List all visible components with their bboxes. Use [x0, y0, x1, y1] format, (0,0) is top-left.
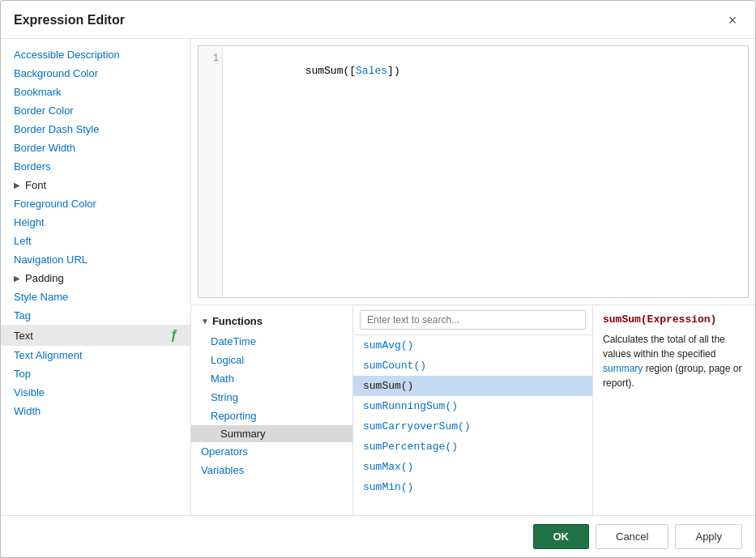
property-item-link[interactable]: Tag: [1, 306, 190, 325]
expression-editor: 1 sumSum([Sales]): [199, 46, 748, 297]
function-list-item[interactable]: sumSum(): [353, 376, 592, 396]
function-other-item[interactable]: Operators: [191, 442, 352, 461]
ok-button[interactable]: OK: [533, 524, 590, 549]
property-item-link[interactable]: Left: [1, 232, 190, 250]
function-list: sumAvg()sumCount()sumSum()sumRunningSum(…: [353, 335, 592, 515]
bottom-panels: ▼ Functions DateTimeLogicalMathStringRep…: [191, 305, 755, 515]
property-item-link[interactable]: Bookmark: [1, 83, 190, 101]
apply-button[interactable]: Apply: [675, 524, 742, 549]
function-category[interactable]: String: [191, 388, 352, 407]
cancel-button[interactable]: Cancel: [596, 524, 668, 549]
function-list-item[interactable]: sumMin(): [353, 477, 592, 497]
line-numbers: 1: [199, 46, 223, 297]
property-label: Visible: [14, 386, 45, 398]
description-panel: sumSum(Expression) Calculates the total …: [593, 305, 755, 515]
description-text: Calculates the total of all the values w…: [603, 332, 745, 390]
property-item-text[interactable]: Textƒ: [1, 325, 190, 346]
dialog-body: Accessible DescriptionBackground ColorBo…: [1, 39, 755, 515]
property-label: Width: [14, 405, 41, 417]
function-category[interactable]: DateTime: [191, 332, 352, 351]
property-label: Border Width: [14, 142, 75, 154]
expression-area: 1 sumSum([Sales]): [198, 45, 749, 298]
property-label: Top: [14, 368, 31, 380]
function-other-item[interactable]: Variables: [191, 461, 352, 479]
function-list-item[interactable]: sumMax(): [353, 457, 592, 477]
property-function-icon: ƒ: [170, 328, 177, 343]
property-item-link[interactable]: Navigation URL: [1, 250, 190, 269]
property-label: Tag: [14, 309, 31, 322]
property-label: Bookmark: [14, 86, 62, 98]
main-area: 1 sumSum([Sales]) ▼ Functions DateTimeLo…: [191, 39, 755, 515]
function-list-item[interactable]: sumPercentage(): [353, 437, 592, 457]
property-label: Text Alignment: [14, 349, 83, 361]
function-list-item[interactable]: sumCarryoverSum(): [353, 416, 592, 437]
expression-editor-dialog: Expression Editor × Accessible Descripti…: [0, 0, 756, 558]
function-category[interactable]: Summary: [191, 425, 352, 442]
property-label: Left: [14, 235, 32, 247]
property-item-link[interactable]: Height: [1, 213, 190, 232]
dialog-footer: OK Cancel Apply: [1, 515, 755, 557]
property-item-link[interactable]: Foreground Color: [1, 194, 190, 213]
property-item-link[interactable]: Accessible Description: [1, 45, 190, 64]
property-item-link[interactable]: Border Dash Style: [1, 120, 190, 138]
property-label: Navigation URL: [14, 253, 88, 266]
property-label: Height: [14, 216, 45, 228]
property-item-expandable[interactable]: ▶Padding: [1, 269, 190, 288]
search-panel: sumAvg()sumCount()sumSum()sumRunningSum(…: [353, 305, 593, 515]
property-item-link[interactable]: Border Width: [1, 138, 190, 157]
search-input[interactable]: [360, 310, 586, 330]
property-item-link[interactable]: Border Color: [1, 101, 190, 120]
property-label: Style Name: [14, 291, 68, 303]
property-label: Background Color: [14, 67, 98, 79]
dialog-title: Expression Editor: [14, 13, 125, 28]
properties-panel: Accessible DescriptionBackground ColorBo…: [1, 39, 191, 515]
property-item-link[interactable]: Background Color: [1, 64, 190, 83]
property-label: Border Dash Style: [14, 123, 100, 135]
functions-arrow-icon: ▼: [201, 317, 209, 326]
property-item-link[interactable]: Text Alignment: [1, 346, 190, 364]
functions-label: Functions: [212, 315, 263, 327]
property-item-link[interactable]: Width: [1, 402, 190, 420]
functions-header[interactable]: ▼ Functions: [191, 312, 352, 332]
property-item-link[interactable]: Visible: [1, 383, 190, 402]
function-category[interactable]: Reporting: [191, 407, 352, 425]
highlight-word: summary: [603, 363, 643, 374]
expand-arrow-icon: ▶: [14, 274, 20, 283]
function-list-item[interactable]: sumAvg(): [353, 335, 592, 356]
property-label: Padding: [25, 272, 64, 284]
property-item-expandable[interactable]: ▶Font: [1, 176, 190, 194]
property-label: Borders: [14, 160, 51, 173]
property-item-link[interactable]: Borders: [1, 157, 190, 176]
property-label: Foreground Color: [14, 198, 96, 210]
property-item-link[interactable]: Style Name: [1, 288, 190, 306]
property-label: Text: [14, 330, 33, 342]
property-item-link[interactable]: Top: [1, 364, 190, 383]
property-label: Font: [25, 179, 46, 191]
function-list-item[interactable]: sumCount(): [353, 356, 592, 376]
search-input-wrap: [353, 305, 592, 335]
dialog-header: Expression Editor ×: [1, 1, 755, 39]
close-button[interactable]: ×: [723, 11, 742, 30]
property-label: Accessible Description: [14, 49, 120, 61]
expand-arrow-icon: ▶: [14, 181, 20, 190]
function-category[interactable]: Math: [191, 369, 352, 388]
description-func-name: sumSum(Expression): [603, 313, 745, 326]
function-category[interactable]: Logical: [191, 351, 352, 369]
property-label: Border Color: [14, 104, 74, 117]
function-list-item[interactable]: sumRunningSum(): [353, 396, 592, 416]
functions-panel: ▼ Functions DateTimeLogicalMathStringRep…: [191, 305, 353, 515]
expression-content[interactable]: sumSum([Sales]): [223, 46, 748, 297]
